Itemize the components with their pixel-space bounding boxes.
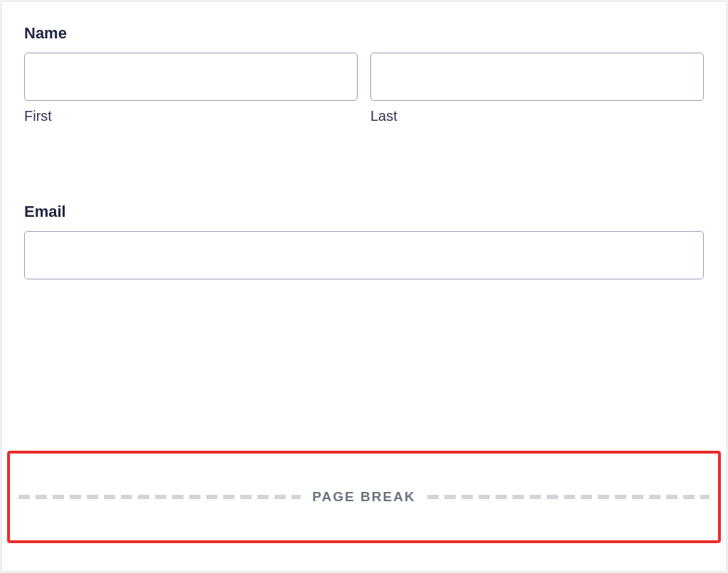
name-row: First Last bbox=[24, 53, 704, 124]
page-break-dash-right bbox=[427, 495, 710, 499]
email-input[interactable] bbox=[24, 231, 704, 279]
page-break-dash-left bbox=[18, 495, 301, 499]
last-name-sublabel: Last bbox=[370, 108, 704, 124]
page-break-inner: PAGE BREAK bbox=[10, 489, 718, 505]
page-break-label: PAGE BREAK bbox=[312, 489, 415, 505]
name-label: Name bbox=[24, 24, 704, 43]
first-name-sublabel: First bbox=[24, 108, 358, 124]
last-name-subfield: Last bbox=[370, 53, 704, 124]
name-field-group: Name First Last bbox=[24, 24, 704, 124]
last-name-input[interactable] bbox=[370, 53, 704, 101]
page-break-block[interactable]: PAGE BREAK bbox=[7, 451, 721, 543]
first-name-subfield: First bbox=[24, 53, 358, 124]
email-label: Email bbox=[24, 203, 704, 221]
first-name-input[interactable] bbox=[24, 53, 358, 101]
email-field-group: Email bbox=[24, 203, 704, 279]
form-container: Name First Last Email PAGE BREAK bbox=[1, 1, 727, 572]
